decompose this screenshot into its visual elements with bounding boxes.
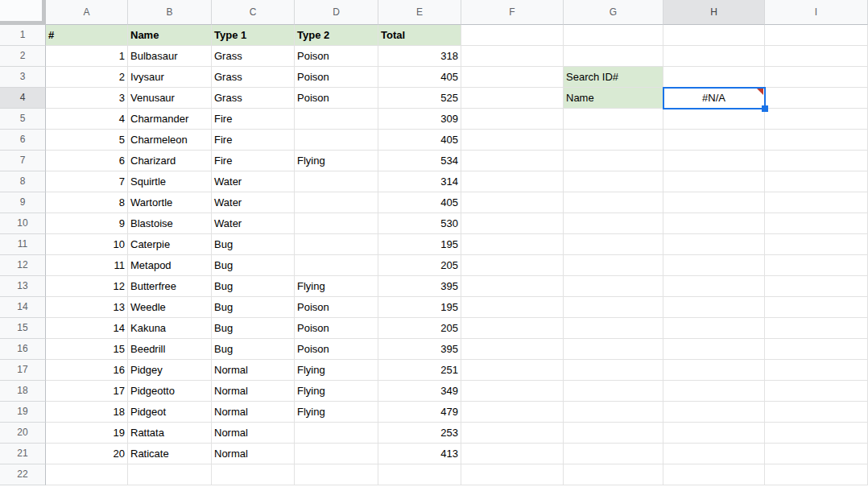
cell-I8[interactable] bbox=[765, 171, 868, 192]
cell-C11[interactable]: Bug bbox=[212, 234, 295, 255]
cell-E2[interactable]: 318 bbox=[378, 46, 461, 67]
column-header-G[interactable]: G bbox=[564, 0, 663, 25]
row-header-9[interactable]: 9 bbox=[0, 192, 46, 213]
cell-I9[interactable] bbox=[765, 192, 868, 213]
cell-B15[interactable]: Kakuna bbox=[128, 318, 212, 339]
cell-F6[interactable] bbox=[461, 130, 564, 151]
cell-I13[interactable] bbox=[765, 276, 868, 297]
cell-D15[interactable]: Poison bbox=[295, 318, 378, 339]
cell-D8[interactable] bbox=[295, 171, 378, 192]
cell-I12[interactable] bbox=[765, 255, 868, 276]
cell-E17[interactable]: 251 bbox=[378, 360, 461, 381]
cell-C8[interactable]: Water bbox=[212, 171, 295, 192]
cell-D7[interactable]: Flying bbox=[295, 151, 378, 171]
cell-C9[interactable]: Water bbox=[212, 192, 295, 213]
column-header-E[interactable]: E bbox=[378, 0, 461, 25]
cell-A16[interactable]: 15 bbox=[46, 339, 128, 360]
cell-B18[interactable]: Pidgeotto bbox=[128, 381, 212, 402]
cell-G11[interactable] bbox=[564, 234, 663, 255]
cell-D22[interactable] bbox=[295, 464, 378, 485]
cell-G9[interactable] bbox=[564, 192, 663, 213]
row-header-12[interactable]: 12 bbox=[0, 255, 46, 276]
cell-B20[interactable]: Rattata bbox=[128, 423, 212, 444]
cell-D4[interactable]: Poison bbox=[295, 88, 378, 109]
cell-H17[interactable] bbox=[663, 360, 765, 381]
cell-D21[interactable] bbox=[295, 444, 378, 464]
column-header-D[interactable]: D bbox=[295, 0, 378, 25]
cell-B4[interactable]: Venusaur bbox=[128, 88, 212, 109]
cell-G5[interactable] bbox=[564, 109, 663, 130]
cell-F17[interactable] bbox=[461, 360, 564, 381]
cell-E14[interactable]: 195 bbox=[378, 297, 461, 318]
cell-A9[interactable]: 8 bbox=[46, 192, 128, 213]
cell-H8[interactable] bbox=[663, 171, 765, 192]
cell-C16[interactable]: Bug bbox=[212, 339, 295, 360]
cell-E12[interactable]: 205 bbox=[378, 255, 461, 276]
cell-B3[interactable]: Ivysaur bbox=[128, 67, 212, 88]
cell-F20[interactable] bbox=[461, 423, 564, 444]
cell-C7[interactable]: Fire bbox=[212, 151, 295, 171]
cell-D1[interactable]: Type 2 bbox=[295, 25, 378, 46]
cell-E15[interactable]: 205 bbox=[378, 318, 461, 339]
cell-D11[interactable] bbox=[295, 234, 378, 255]
cell-B16[interactable]: Beedrill bbox=[128, 339, 212, 360]
cell-H2[interactable] bbox=[663, 46, 765, 67]
cell-H10[interactable] bbox=[663, 213, 765, 234]
cell-H15[interactable] bbox=[663, 318, 765, 339]
cell-G17[interactable] bbox=[564, 360, 663, 381]
cell-C14[interactable]: Bug bbox=[212, 297, 295, 318]
cell-I18[interactable] bbox=[765, 381, 868, 402]
cell-F5[interactable] bbox=[461, 109, 564, 130]
cell-G22[interactable] bbox=[564, 464, 663, 485]
row-header-3[interactable]: 3 bbox=[0, 67, 46, 88]
cell-H13[interactable] bbox=[663, 276, 765, 297]
cell-D9[interactable] bbox=[295, 192, 378, 213]
cell-G18[interactable] bbox=[564, 381, 663, 402]
column-header-H[interactable]: H bbox=[663, 0, 765, 25]
cell-G1[interactable] bbox=[564, 25, 663, 46]
cell-H11[interactable] bbox=[663, 234, 765, 255]
cell-F10[interactable] bbox=[461, 213, 564, 234]
row-header-18[interactable]: 18 bbox=[0, 381, 46, 402]
cell-E22[interactable] bbox=[378, 464, 461, 485]
cell-E3[interactable]: 405 bbox=[378, 67, 461, 88]
select-all-corner[interactable] bbox=[0, 0, 46, 25]
cell-D18[interactable]: Flying bbox=[295, 381, 378, 402]
cell-I7[interactable] bbox=[765, 151, 868, 171]
cell-A15[interactable]: 14 bbox=[46, 318, 128, 339]
cell-E13[interactable]: 395 bbox=[378, 276, 461, 297]
cell-D12[interactable] bbox=[295, 255, 378, 276]
cell-E10[interactable]: 530 bbox=[378, 213, 461, 234]
cell-B22[interactable] bbox=[128, 464, 212, 485]
cell-C2[interactable]: Grass bbox=[212, 46, 295, 67]
cell-I4[interactable] bbox=[765, 88, 868, 109]
cell-B1[interactable]: Name bbox=[128, 25, 212, 46]
cell-A1[interactable]: # bbox=[46, 25, 128, 46]
cell-B8[interactable]: Squirtle bbox=[128, 171, 212, 192]
row-header-17[interactable]: 17 bbox=[0, 360, 46, 381]
column-header-B[interactable]: B bbox=[128, 0, 212, 25]
cell-F4[interactable] bbox=[461, 88, 564, 109]
cell-B11[interactable]: Caterpie bbox=[128, 234, 212, 255]
column-header-F[interactable]: F bbox=[461, 0, 564, 25]
cell-A12[interactable]: 11 bbox=[46, 255, 128, 276]
cell-A3[interactable]: 2 bbox=[46, 67, 128, 88]
cell-A20[interactable]: 19 bbox=[46, 423, 128, 444]
cell-C13[interactable]: Bug bbox=[212, 276, 295, 297]
cell-F19[interactable] bbox=[461, 402, 564, 423]
cell-E16[interactable]: 395 bbox=[378, 339, 461, 360]
cell-H14[interactable] bbox=[663, 297, 765, 318]
cell-G16[interactable] bbox=[564, 339, 663, 360]
cell-G3[interactable]: Search ID# bbox=[564, 67, 663, 88]
cell-C15[interactable]: Bug bbox=[212, 318, 295, 339]
cell-I14[interactable] bbox=[765, 297, 868, 318]
row-header-16[interactable]: 16 bbox=[0, 339, 46, 360]
cell-B5[interactable]: Charmander bbox=[128, 109, 212, 130]
cell-I22[interactable] bbox=[765, 464, 868, 485]
cell-F9[interactable] bbox=[461, 192, 564, 213]
cell-H16[interactable] bbox=[663, 339, 765, 360]
cell-H19[interactable] bbox=[663, 402, 765, 423]
cell-D10[interactable] bbox=[295, 213, 378, 234]
cell-F14[interactable] bbox=[461, 297, 564, 318]
cell-B2[interactable]: Bulbasaur bbox=[128, 46, 212, 67]
